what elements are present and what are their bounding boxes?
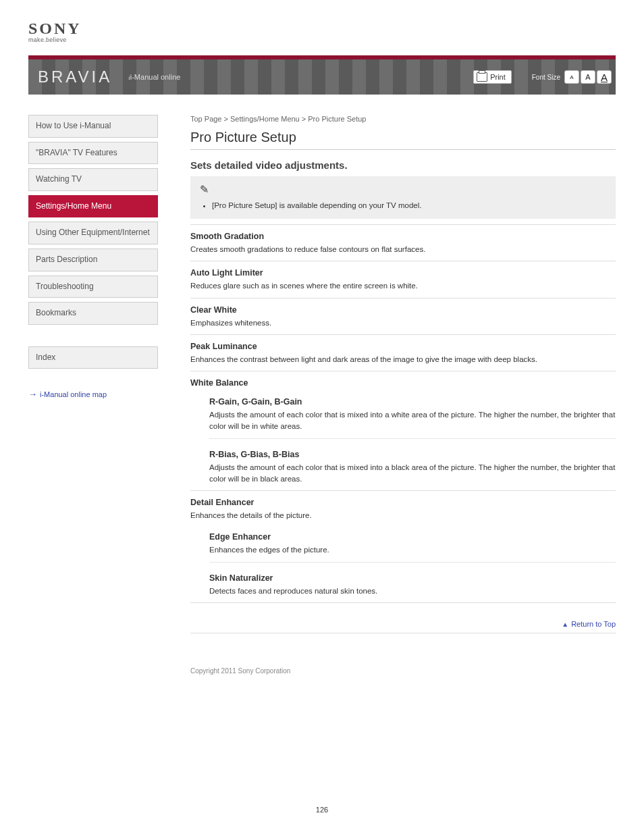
rgb-bias-title: R-Bias, G-Bias, B-Bias xyxy=(209,450,616,459)
rgb-gain-title: R-Gain, G-Gain, B-Gain xyxy=(209,397,616,407)
imanual-map-link[interactable]: → i-Manual online map xyxy=(28,389,158,399)
rgb-gain-desc: Adjusts the amount of each color that is… xyxy=(209,409,616,433)
font-large-button[interactable]: A xyxy=(597,70,612,84)
font-size-label: Font Size xyxy=(532,74,560,81)
note-box: ✎ [Pro Picture Setup] is available depen… xyxy=(190,176,616,219)
rgb-bias-desc: Adjusts the amount of each color that is… xyxy=(209,462,616,486)
white-balance-title: White Balance xyxy=(190,378,616,388)
page-title: Pro Picture Setup xyxy=(190,130,616,150)
print-button[interactable]: Print xyxy=(473,70,512,84)
font-medium-button[interactable]: A xyxy=(581,70,595,84)
skin-naturalizer-title: Skin Naturalizer xyxy=(209,573,616,583)
tip-icon: ✎ xyxy=(200,184,209,195)
detail-enhancer-desc: Enhances the details of the picture. xyxy=(190,510,616,521)
breadcrumb: Top Page > Settings/Home Menu > Pro Pict… xyxy=(190,115,616,123)
page-number: 126 xyxy=(0,806,644,814)
nav-troubleshooting[interactable]: Troubleshooting xyxy=(28,276,158,298)
auto-light-limiter-title: Auto Light Limiter xyxy=(190,268,616,278)
smooth-gradation-title: Smooth Gradation xyxy=(190,232,616,241)
nav-index[interactable]: Index xyxy=(28,346,158,369)
auto-light-limiter-desc: Reduces glare such as in scenes where th… xyxy=(190,280,616,292)
nav-bravia-features[interactable]: "BRAVIA" TV Features xyxy=(28,142,158,165)
header-banner: BRAVIA ii-Manual online Print Font Size … xyxy=(28,55,616,95)
peak-luminance-desc: Enhances the contrast between light and … xyxy=(190,354,616,365)
copyright: Copyright 2011 Sony Corporation xyxy=(190,667,616,675)
sony-wordmark: SONY xyxy=(28,20,616,36)
main-content: Top Page > Settings/Home Menu > Pro Pict… xyxy=(190,115,616,675)
sony-tagline: make.believe xyxy=(28,36,616,43)
lead-text: Sets detailed video adjustments. xyxy=(190,159,616,171)
sidebar: How to Use i-Manual "BRAVIA" TV Features… xyxy=(28,115,158,675)
skin-naturalizer-desc: Detects faces and reproduces natural ski… xyxy=(209,585,616,597)
font-size-group: A A A xyxy=(564,70,612,84)
divider xyxy=(190,490,616,491)
divider xyxy=(190,224,616,225)
print-label: Print xyxy=(490,73,506,81)
detail-enhancer-title: Detail Enhancer xyxy=(190,498,616,507)
divider xyxy=(190,633,616,633)
nav-watching-tv[interactable]: Watching TV xyxy=(28,168,158,191)
divider xyxy=(190,371,616,371)
nav-how-to-use[interactable]: How to Use i-Manual xyxy=(28,115,158,138)
brand-logo: SONY make.believe xyxy=(28,20,616,43)
clear-white-desc: Emphasizes whiteness. xyxy=(190,317,616,329)
bravia-title: BRAVIA xyxy=(38,68,112,86)
nav-list: How to Use i-Manual "BRAVIA" TV Features… xyxy=(28,115,158,369)
print-icon xyxy=(477,72,487,82)
nav-other-equipment[interactable]: Using Other Equipment/Internet xyxy=(28,221,158,244)
peak-luminance-title: Peak Luminance xyxy=(190,342,616,351)
detail-subsection: Edge Enhancer Enhances the edges of the … xyxy=(209,525,616,597)
imanual-label: i-Manual online xyxy=(130,73,181,81)
white-balance-subsection: R-Gain, G-Gain, B-Gain Adjusts the amoun… xyxy=(209,390,616,485)
edge-enhancer-desc: Enhances the edges of the picture. xyxy=(209,544,616,556)
return-to-top-link[interactable]: ▲ Return to Top xyxy=(562,620,616,628)
divider xyxy=(190,298,616,298)
return-to-top-label: Return to Top xyxy=(571,620,616,628)
divider xyxy=(190,602,616,603)
imanual-map-label: i-Manual online map xyxy=(40,390,107,398)
divider xyxy=(190,334,616,335)
clear-white-title: Clear White xyxy=(190,305,616,315)
smooth-gradation-desc: Creates smooth gradations to reduce fals… xyxy=(190,244,616,255)
note-text: [Pro Picture Setup] is available dependi… xyxy=(212,200,606,211)
nav-parts-description[interactable]: Parts Description xyxy=(28,249,158,271)
font-small-button[interactable]: A xyxy=(564,70,579,84)
arrow-right-icon: → xyxy=(28,389,37,399)
nav-settings-home[interactable]: Settings/Home Menu xyxy=(28,195,158,218)
arrow-up-icon: ▲ xyxy=(562,621,568,628)
divider xyxy=(190,261,616,261)
edge-enhancer-title: Edge Enhancer xyxy=(209,532,616,542)
nav-bookmarks[interactable]: Bookmarks xyxy=(28,302,158,325)
